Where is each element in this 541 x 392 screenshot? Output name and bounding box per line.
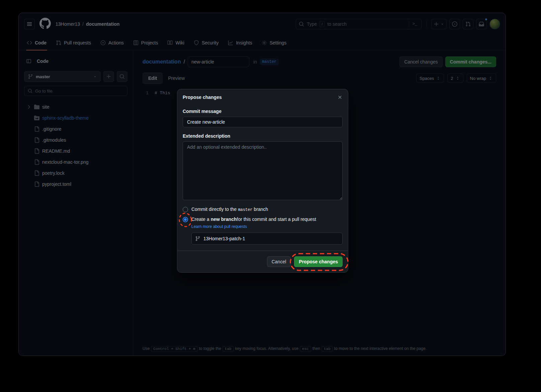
radio-create-branch[interactable]: Create anew branchfor this commit and st…	[183, 217, 343, 222]
new-branch-name-input[interactable]	[203, 236, 339, 241]
extended-description-label: Extended description	[183, 133, 343, 139]
dialog-title: Propose changes	[183, 95, 222, 100]
github-window: 13Homer13 / documentation Type / to sear…	[18, 13, 506, 356]
commit-message-label: Commit message	[183, 109, 343, 114]
learn-more-link[interactable]: Learn more about pull requests	[191, 224, 247, 229]
radio-checked[interactable]	[183, 217, 188, 222]
branch-code: master	[238, 208, 252, 212]
new-branch-name-field[interactable]	[191, 233, 343, 245]
radio-unchecked[interactable]	[183, 207, 188, 212]
cancel-button[interactable]: Cancel	[267, 256, 291, 267]
commit-message-input[interactable]	[183, 117, 343, 127]
radio-commit-direct[interactable]: Commit directly to themasterbranch	[183, 207, 343, 212]
propose-changes-dialog: Propose changes Commit message Extended …	[177, 89, 348, 273]
propose-changes-button[interactable]: Propose changes	[294, 256, 343, 267]
extended-description-textarea[interactable]	[183, 141, 343, 200]
close-icon[interactable]	[337, 95, 343, 100]
git-branch-icon	[195, 236, 200, 241]
